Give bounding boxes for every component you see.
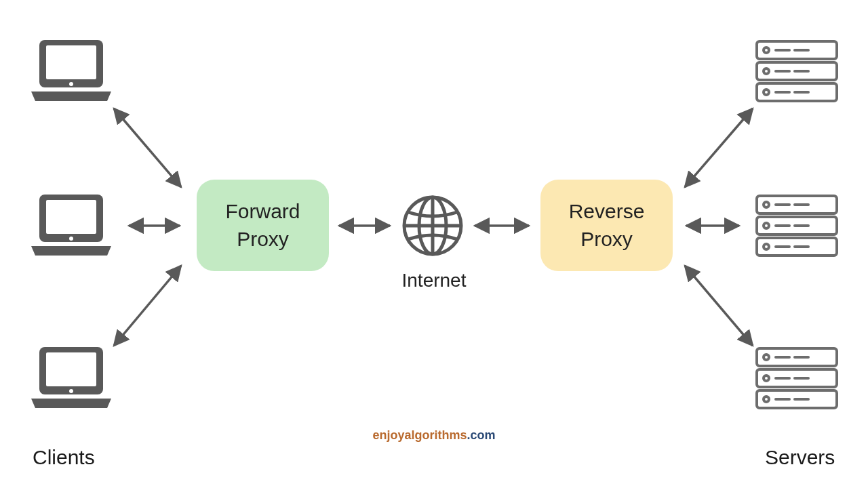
svg-point-28: [764, 202, 769, 207]
client-laptop-1: [27, 37, 115, 105]
forward-proxy-node: Forward Proxy: [197, 180, 329, 271]
server-icon: [753, 344, 841, 412]
reverse-proxy-label-line2: Proxy: [580, 226, 633, 253]
globe-icon: [399, 192, 467, 260]
forward-proxy-label-line1: Forward: [225, 198, 300, 226]
server-rack-2: [753, 192, 841, 260]
svg-rect-1: [46, 45, 96, 79]
servers-group-label: Servers: [765, 446, 835, 469]
attribution-suffix: .com: [467, 428, 496, 442]
diagram-canvas: Forward Proxy Internet Reverse Proxy: [0, 0, 868, 488]
arrow-rproxy-server1: [685, 108, 753, 187]
reverse-proxy-label-line1: Reverse: [569, 198, 645, 226]
server-rack-1: [753, 37, 841, 105]
svg-point-43: [764, 375, 769, 381]
laptop-icon: [27, 192, 115, 260]
arrow-client3-fproxy: [114, 266, 181, 346]
clients-group-label: Clients: [33, 446, 95, 469]
svg-point-40: [764, 354, 769, 360]
server-rack-3: [753, 344, 841, 412]
svg-point-34: [764, 244, 769, 249]
arrow-client1-fproxy: [114, 108, 181, 187]
client-laptop-2: [27, 192, 115, 260]
client-laptop-3: [27, 344, 115, 412]
svg-point-22: [764, 89, 769, 95]
internet-label: Internet: [400, 270, 468, 291]
attribution-highlight: enjoyalgorithms: [372, 428, 467, 442]
laptop-icon: [27, 344, 115, 412]
svg-point-31: [764, 223, 769, 228]
svg-point-46: [764, 396, 769, 402]
server-icon: [753, 192, 841, 260]
attribution: enjoyalgorithms.com: [0, 428, 868, 443]
svg-point-5: [69, 237, 73, 241]
svg-rect-4: [46, 200, 96, 234]
server-icon: [753, 37, 841, 105]
svg-point-16: [764, 47, 769, 53]
arrow-rproxy-server3: [685, 266, 753, 346]
laptop-icon: [27, 37, 115, 105]
forward-proxy-label-line2: Proxy: [237, 226, 289, 253]
svg-rect-7: [46, 352, 96, 386]
svg-point-2: [69, 82, 73, 86]
svg-point-19: [764, 68, 769, 74]
internet-node: [399, 192, 467, 260]
reverse-proxy-node: Reverse Proxy: [540, 180, 673, 271]
svg-point-8: [69, 389, 73, 393]
